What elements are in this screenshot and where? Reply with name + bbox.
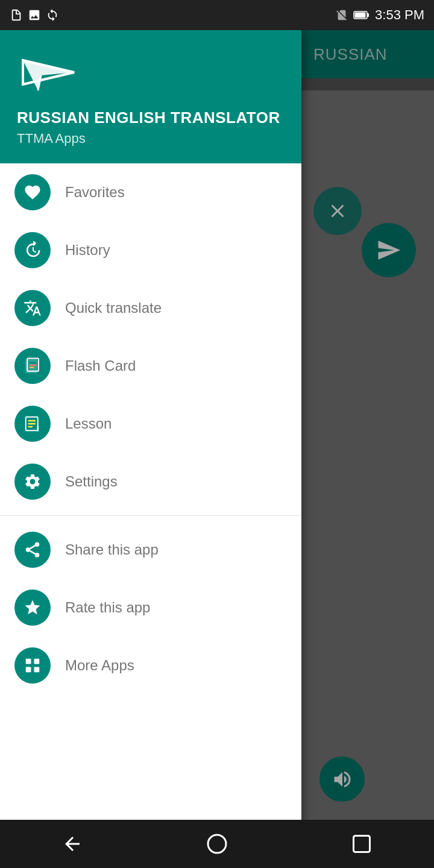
lesson-icon — [24, 415, 42, 433]
svg-line-20 — [30, 551, 36, 554]
battery-icon — [353, 8, 370, 22]
app-logo — [17, 48, 287, 99]
share-icon — [24, 541, 42, 559]
heart-icon — [24, 183, 42, 201]
flash-card-label: Flash Card — [65, 357, 136, 374]
menu-item-more-apps[interactable]: More Apps — [0, 637, 301, 694]
rate-icon-circle — [14, 590, 51, 626]
menu-item-history[interactable]: History — [0, 221, 301, 279]
svg-point-19 — [35, 553, 40, 558]
svg-rect-1 — [355, 13, 366, 18]
flashcard-icon — [24, 357, 42, 375]
sync-icon — [46, 8, 59, 22]
more-apps-icon-circle — [14, 647, 51, 684]
menu-item-rate[interactable]: Rate this app — [0, 579, 301, 637]
status-bar-left — [10, 8, 59, 22]
svg-point-18 — [26, 547, 31, 552]
share-label: Share this app — [65, 541, 159, 558]
translate-icon-circle — [14, 290, 51, 326]
menu-item-quick-translate[interactable]: Quick translate — [0, 279, 301, 337]
history-label: History — [65, 242, 110, 259]
recent-icon — [351, 833, 373, 855]
drawer-company: TTMA Apps — [17, 131, 287, 146]
settings-icon-circle — [14, 464, 51, 500]
svg-rect-2 — [367, 13, 369, 17]
gear-icon — [24, 473, 42, 491]
grid-icon — [24, 656, 42, 675]
menu-item-lesson[interactable]: Lesson — [0, 395, 301, 453]
drawer-header: RUSSIAN ENGLISH TRANSLATOR TTMA Apps — [0, 30, 301, 163]
share-icon-circle — [14, 532, 51, 568]
favorites-icon-circle — [14, 174, 51, 210]
back-button[interactable] — [48, 826, 96, 862]
svg-rect-23 — [34, 659, 40, 664]
svg-rect-22 — [26, 659, 31, 664]
clock-icon — [24, 241, 42, 259]
menu-item-flash-card[interactable]: Flash Card — [0, 337, 301, 395]
status-time: 3:53 PM — [375, 7, 424, 23]
doc-icon — [10, 8, 23, 22]
flashcard-icon-circle — [14, 348, 51, 384]
home-button[interactable] — [193, 826, 241, 862]
svg-rect-24 — [26, 667, 31, 673]
rate-label: Rate this app — [65, 599, 150, 616]
navigation-bar — [0, 820, 434, 868]
status-bar-right: 3:53 PM — [335, 7, 424, 23]
drawer-app-name: RUSSIAN ENGLISH TRANSLATOR — [17, 108, 287, 127]
recent-button[interactable] — [338, 826, 386, 862]
svg-line-21 — [30, 546, 36, 549]
menu-item-favorites[interactable]: Favorites — [0, 163, 301, 221]
history-icon-circle — [14, 232, 51, 268]
quick-translate-label: Quick translate — [65, 300, 162, 316]
dim-overlay[interactable] — [301, 30, 434, 868]
home-circle-icon — [206, 833, 228, 855]
favorites-label: Favorites — [65, 184, 125, 201]
menu-item-settings[interactable]: Settings — [0, 453, 301, 511]
drawer-overlay: RUSSIAN ENGLISH TRANSLATOR TTMA Apps Fav… — [0, 30, 434, 868]
lesson-label: Lesson — [65, 415, 112, 432]
image-icon — [28, 8, 41, 22]
settings-label: Settings — [65, 473, 118, 490]
more-apps-label: More Apps — [65, 657, 134, 674]
svg-point-26 — [208, 835, 226, 853]
drawer-menu: Favorites History Qui — [0, 163, 301, 868]
back-icon — [61, 833, 83, 855]
lesson-icon-circle — [14, 406, 51, 442]
star-icon — [24, 599, 42, 617]
menu-divider — [0, 515, 301, 516]
navigation-drawer: RUSSIAN ENGLISH TRANSLATOR TTMA Apps Fav… — [0, 30, 301, 868]
svg-rect-25 — [34, 667, 40, 673]
translate-icon — [24, 299, 42, 317]
svg-rect-27 — [354, 836, 370, 852]
status-bar: 3:53 PM — [0, 0, 434, 30]
no-sim-icon — [335, 8, 348, 22]
svg-point-17 — [35, 542, 40, 547]
menu-item-share[interactable]: Share this app — [0, 521, 301, 579]
